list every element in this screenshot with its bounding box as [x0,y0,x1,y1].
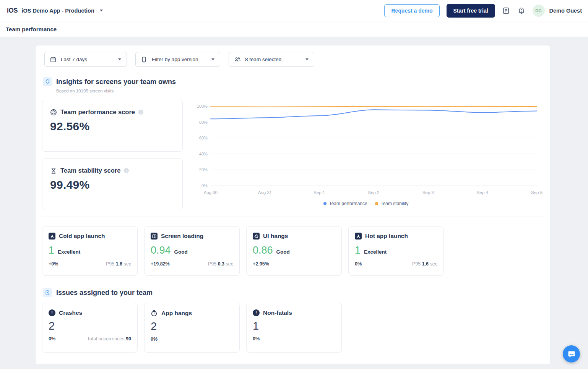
legend-label: Team stability [381,201,409,206]
legend-dot-orange [375,202,378,205]
rocket-icon [355,233,362,240]
metric-value: 0.86 [253,244,273,256]
p95-value: P95 1.6 sec [412,261,437,267]
app-version-dropdown[interactable]: Filter by app version [135,52,220,67]
insights-subtitle: Based on 10195 screen visits [56,89,544,93]
rocket-icon [49,233,55,240]
card-title: App hangs [161,310,192,317]
metric-value: 1 [355,244,361,256]
metric-cards-row: Cold app launch 1 Excellent +0% P95 1.6 … [42,226,544,276]
calendar-icon [50,56,57,63]
dashboard-card: Last 7 days Filter by app version [35,45,551,365]
svg-text:Sep 3: Sep 3 [422,190,434,195]
changelog-icon[interactable] [502,6,510,15]
p95-value: P95 0.3 sec [208,261,233,267]
card-title: Crashes [59,309,82,316]
performance-score-title: Team performance score [60,108,135,116]
card-title: Hot app launch [365,233,408,240]
user-avatar[interactable]: DG [533,5,545,17]
lightbulb-icon [43,77,52,86]
app-switcher[interactable]: iOS iOS Demo App - Production [7,7,103,15]
legend-team-stability[interactable]: Team stability [375,201,409,206]
notifications-bell-icon[interactable] [517,6,526,15]
line-chart[interactable]: 0%20%40%60%80%100%Aug 30Aug 31Sep 1Sep 2… [188,101,544,197]
total-occurrences: Total occurrences 90 [87,336,131,341]
issue-value: 2 [49,320,131,332]
card-title: Cold app launch [59,233,105,240]
metric-delta: +2.95% [253,261,269,267]
svg-text:40%: 40% [199,152,208,156]
ios-logo: iOS [7,7,18,15]
p95-value: P95 1.6 sec [106,261,131,267]
svg-text:100%: 100% [197,104,208,108]
team-stability-score-card: Team stability score i 99.49% [42,158,183,210]
request-demo-button[interactable]: Request a demo [384,4,439,17]
legend-dot-blue [323,202,326,205]
info-icon[interactable]: i [124,168,129,173]
stability-score-title: Team stability score [60,167,120,174]
chat-icon [567,350,576,358]
app-version-value: Filter by app version [152,57,198,62]
page-header: Team performance [0,21,588,37]
app-hangs-card[interactable]: App hangs 2 0% [144,303,240,353]
chart-legend: Team performance Team stability [188,201,544,206]
issues-section-header: Issues assigned to your team [43,288,544,297]
metric-value: 1 [49,244,54,256]
phone-icon [141,56,148,63]
stability-icon [50,167,57,174]
filter-bar: Last 7 days Filter by app version [44,52,544,67]
team-performance-score-card: Team performance score i 92.56% [42,100,183,152]
performance-score-value: 92.56% [50,120,175,133]
section-divider [42,217,544,217]
ui-hangs-card[interactable]: UI hangs 0.86 Good +2.95% [246,226,342,276]
date-range-dropdown[interactable]: Last 7 days [44,52,127,67]
team-filter-value: 8 team selected [245,57,281,62]
cold-app-launch-card[interactable]: Cold app launch 1 Excellent +0% P95 1.6 … [42,226,138,276]
legend-label: Team performance [329,201,367,206]
screen-loading-card[interactable]: Screen loading 0.94 Good +19.82% P95 0.3… [144,226,240,276]
team-icon [234,56,241,63]
issue-delta: 0% [151,337,158,342]
start-free-trial-button[interactable]: Start free trial [447,4,495,18]
card-title: Non-fatals [263,309,292,316]
info-icon[interactable]: i [138,110,143,115]
team-filter-dropdown[interactable]: 8 team selected [229,52,314,67]
nonfatal-alert-icon: ! [253,309,260,316]
metric-rating: Good [174,249,188,255]
user-name[interactable]: Demo Guest [549,8,582,14]
screen-icon [151,233,158,240]
svg-text:Aug 30: Aug 30 [204,190,218,195]
chevron-down-icon [211,58,214,60]
card-title: Screen loading [161,233,203,240]
legend-team-performance[interactable]: Team performance [323,201,367,206]
crashes-card[interactable]: ! Crashes 2 0% Total occurrences 90 [42,303,138,353]
insights-title: Insights for screens your team owns [56,78,176,86]
metric-rating: Excellent [58,249,80,255]
bug-shield-icon [43,288,52,297]
issue-value: 2 [151,320,233,333]
metric-delta: 0% [355,261,362,267]
chevron-down-icon [118,58,121,60]
crash-alert-icon: ! [49,309,55,316]
svg-text:Aug 31: Aug 31 [258,190,272,195]
svg-text:20%: 20% [199,167,208,172]
svg-text:80%: 80% [199,120,208,125]
non-fatals-card[interactable]: ! Non-fatals 1 0% [246,303,342,353]
spinner-icon [253,233,260,240]
app-switcher-label: iOS Demo App - Production [21,8,94,14]
insights-chart: 0%20%40%60%80%100%Aug 30Aug 31Sep 1Sep 2… [188,100,544,210]
gauge-icon [50,109,57,116]
hot-app-launch-card[interactable]: Hot app launch 1 Excellent 0% P95 1.6 se… [348,226,444,276]
issue-delta: 0% [253,336,260,341]
svg-text:Sep 4: Sep 4 [477,190,489,195]
chat-launcher-button[interactable] [563,345,580,363]
metric-delta: +19.82% [151,261,170,267]
stopwatch-icon [151,309,158,317]
svg-text:Sep 2: Sep 2 [368,190,379,195]
insights-section-header: Insights for screens your team owns [43,77,544,86]
card-title: UI hangs [263,233,288,240]
metric-rating: Excellent [364,249,387,255]
metric-rating: Good [276,249,290,255]
svg-text:0%: 0% [201,183,208,188]
svg-text:Sep 1: Sep 1 [313,190,325,195]
